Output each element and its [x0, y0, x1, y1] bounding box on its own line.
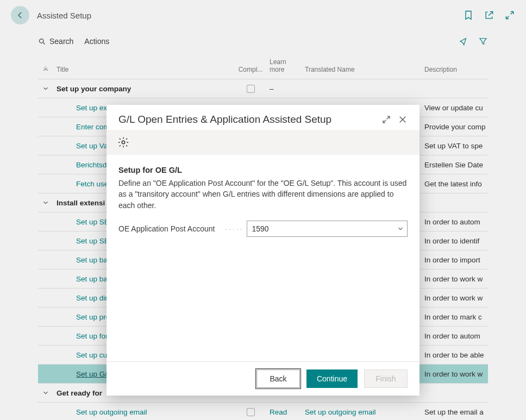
modal-gearbar: [107, 130, 419, 155]
chevron-down-icon[interactable]: [397, 225, 404, 233]
modal-section-title: Setup for OE G/L: [118, 166, 408, 174]
row-description: In order to work w: [419, 275, 488, 283]
row-description: In order to import: [419, 256, 488, 264]
back-button[interactable]: Back: [256, 369, 300, 388]
expand-icon[interactable]: [504, 10, 515, 21]
bookmark-icon[interactable]: [463, 10, 474, 21]
modal-section-text: Define an "OE Application Post Account" …: [118, 178, 408, 211]
row-description: Set up VAT to spe: [419, 142, 488, 150]
col-header-translated-name[interactable]: Translated Name: [299, 66, 419, 73]
filter-icon[interactable]: [478, 36, 488, 46]
gear-icon[interactable]: [117, 136, 129, 148]
row-description: In order to identif: [419, 237, 488, 245]
modal-title: G/L Open Entries & Application Assisted …: [118, 114, 375, 126]
group-row[interactable]: Set up your company–: [38, 79, 488, 98]
modal-body: Setup for OE G/L Define an "OE Applicati…: [107, 155, 419, 361]
row-description: In order to work w: [419, 294, 488, 302]
translated-name-link[interactable]: Set up outgoing email: [305, 408, 376, 416]
completed-checkbox[interactable]: [247, 408, 255, 416]
row-description: In order to mark c: [419, 313, 488, 321]
field-dots: ·····: [225, 224, 243, 233]
row-description: In order to be able: [419, 351, 488, 359]
finish-button: Finish: [364, 369, 408, 388]
svg-point-1: [122, 141, 125, 144]
modal-expand-icon[interactable]: [381, 115, 391, 124]
col-header-description[interactable]: Description: [419, 66, 488, 73]
modal-titlebar: G/L Open Entries & Application Assisted …: [107, 105, 419, 130]
completed-checkbox[interactable]: [247, 85, 255, 93]
chevron-down-icon[interactable]: [42, 85, 49, 92]
chevron-down-icon[interactable]: [42, 199, 49, 206]
close-icon[interactable]: [398, 115, 408, 124]
oe-application-post-account-input[interactable]: [247, 221, 408, 237]
back-button[interactable]: [11, 6, 29, 24]
col-header-title[interactable]: Title: [53, 66, 231, 73]
learn-more-link[interactable]: –: [270, 85, 274, 93]
row-description: Set up the email a: [419, 408, 488, 416]
row-description: Provide your comp: [419, 123, 488, 131]
chevron-down-icon[interactable]: [42, 389, 49, 397]
page-title: Assisted Setup: [37, 11, 91, 20]
col-header-completed[interactable]: Compl...: [231, 66, 270, 73]
modal-footer: Back Continue Finish: [107, 361, 419, 396]
actions-menu[interactable]: Actions: [84, 37, 109, 46]
table-row[interactable]: Set up outgoing emailReadSet up outgoing…: [38, 403, 488, 420]
field-row: OE Application Post Account ·····: [118, 221, 408, 237]
search-icon: [38, 37, 46, 46]
search-label: Search: [49, 37, 73, 46]
row-description: In order to work w: [419, 370, 488, 378]
row-description: Erstellen Sie Date: [419, 161, 488, 169]
collapse-all-icon[interactable]: [42, 66, 49, 73]
group-title: Set up your company: [53, 85, 231, 93]
grid-header: Title Compl... Learn more Translated Nam…: [38, 52, 488, 79]
assisted-setup-modal: G/L Open Entries & Application Assisted …: [107, 105, 419, 396]
field-label: OE Application Post Account: [118, 224, 238, 233]
row-description: In order to autom: [419, 218, 488, 226]
col-header-learn-more[interactable]: Learn more: [270, 58, 299, 73]
svg-point-0: [40, 39, 44, 43]
popout-icon[interactable]: [484, 10, 494, 21]
row-title-link[interactable]: Set up outgoing email: [76, 408, 147, 416]
search-action[interactable]: Search: [38, 37, 73, 46]
continue-button[interactable]: Continue: [306, 369, 358, 388]
toolbar: Search Actions: [0, 30, 526, 52]
row-description: Get the latest info: [419, 180, 488, 188]
share-icon[interactable]: [459, 36, 468, 46]
row-description: In order to autom: [419, 332, 488, 340]
learn-more-link[interactable]: Read: [270, 408, 287, 416]
row-description: View or update cu: [419, 104, 488, 112]
page-header: Assisted Setup: [0, 0, 526, 30]
